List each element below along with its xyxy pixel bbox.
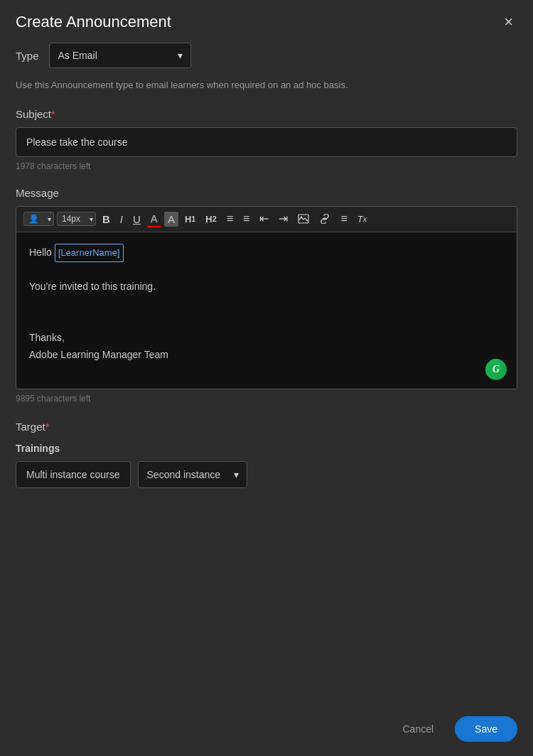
message-char-count: 9895 characters left [16,394,517,404]
svg-point-1 [301,216,302,217]
message-label: Message [16,187,517,199]
modal-body: Type As Email As Notification Both Use t… [0,43,533,702]
modal-footer: Cancel Save [0,702,533,756]
font-highlight-button[interactable]: A [164,212,178,227]
save-button[interactable]: Save [455,716,517,742]
close-button[interactable]: × [500,13,517,31]
subject-input[interactable] [16,127,517,157]
message-section: Message 👤 14px 10px 12px [16,187,517,404]
signature-line1: Thanks, [29,330,504,347]
font-color-button[interactable]: A [147,211,161,227]
font-size-select[interactable]: 14px 10px 12px 16px 18px [57,212,96,226]
outdent-button[interactable]: ⇤ [256,211,272,227]
font-family-select[interactable]: 👤 [23,212,54,226]
course-name-box: Multi instance course [16,461,131,488]
subject-char-count: 1978 characters left [16,161,517,171]
greeting-text: Hello [29,247,55,258]
editor-content[interactable]: Hello [LearnerName] You're invited to th… [16,232,517,389]
trainings-label: Trainings [16,443,517,454]
clear-format-button[interactable]: Tx [354,212,370,226]
editor-wrapper: 👤 14px 10px 12px 16px 18px B I [16,206,517,389]
h1-button[interactable]: H1 [181,212,199,226]
indent-button[interactable]: ⇥ [275,211,291,227]
align-justify-button[interactable]: ≡ [337,211,350,227]
modal-title: Create Announcement [16,13,171,31]
signature-line2: Adobe Learning Manager Team [29,347,504,364]
underline-button[interactable]: U [129,212,144,227]
subject-required-star: * [51,108,55,120]
grammarly-badge[interactable]: G [485,359,507,380]
type-label: Type [16,50,39,62]
image-button[interactable] [294,212,313,226]
description-text: Use this Announcement type to email lear… [16,78,517,92]
type-select[interactable]: As Email As Notification Both [49,43,191,68]
h2-button[interactable]: H2 [202,212,220,226]
bold-button[interactable]: B [99,212,114,227]
instance-select-wrap: Second instance First instance Third ins… [138,461,247,488]
italic-button[interactable]: I [117,212,126,227]
trainings-row: Multi instance course Second instance Fi… [16,461,517,488]
target-section: Target* Trainings Multi instance course … [16,421,517,488]
target-label: Target* [16,421,517,433]
unordered-list-button[interactable]: ≡ [239,211,253,227]
type-select-wrapper: As Email As Notification Both [49,43,191,68]
subject-section: Subject* 1978 characters left [16,108,517,171]
target-required-star: * [45,421,50,433]
instance-select[interactable]: Second instance First instance Third ins… [138,461,247,488]
link-button[interactable] [316,212,334,226]
create-announcement-modal: Create Announcement × Type As Email As N… [0,0,533,756]
ordered-list-button[interactable]: ≡ [223,211,237,227]
font-size-select-wrap: 14px 10px 12px 16px 18px [57,212,96,226]
subject-label: Subject* [16,108,517,120]
modal-header: Create Announcement × [0,0,533,43]
body-text: You're invited to this training. [29,279,504,296]
editor-toolbar: 👤 14px 10px 12px 16px 18px B I [16,207,517,232]
type-row: Type As Email As Notification Both [16,43,517,68]
cancel-button[interactable]: Cancel [391,716,445,742]
learner-name-tag: [LearnerName] [55,244,124,262]
font-family-select-wrap: 👤 [23,212,54,226]
